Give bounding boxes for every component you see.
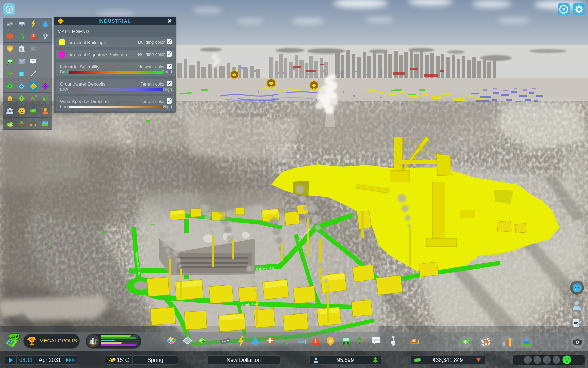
svg-text:129: 129 [11, 334, 18, 339]
svg-text:¢: ¢ [464, 339, 468, 346]
svg-text:¢: ¢ [21, 97, 23, 101]
